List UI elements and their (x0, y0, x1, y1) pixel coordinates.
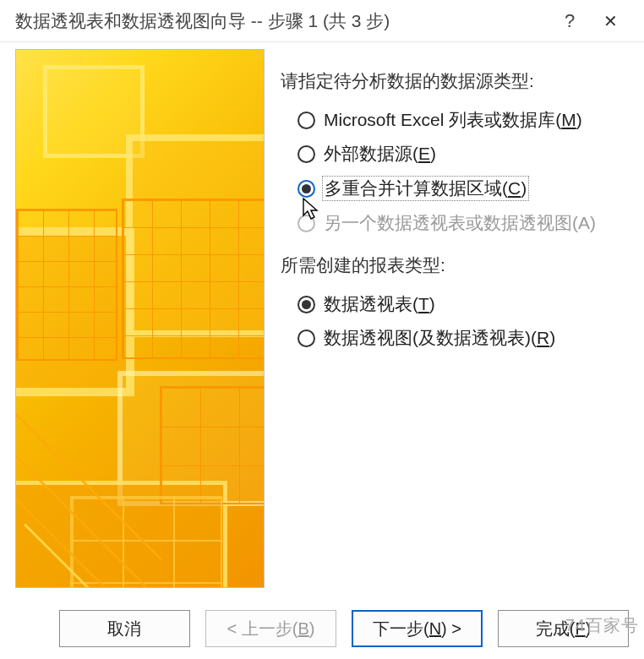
options-panel: 请指定待分析数据的数据源类型: Microsoft Excel 列表或数据库(M… (281, 56, 630, 355)
radio-icon (297, 215, 315, 232)
radio-icon (297, 330, 315, 347)
radio-label: 另一个数据透视表或数据透视图(A) (324, 211, 596, 235)
finish-button[interactable]: 完成(F) (498, 610, 629, 647)
help-button[interactable]: ? (549, 10, 590, 32)
radio-icon (297, 112, 315, 129)
radio-label: Microsoft Excel 列表或数据库(M) (324, 108, 582, 132)
titlebar: 数据透视表和数据透视图向导 -- 步骤 1 (共 3 步) ? ✕ (0, 0, 644, 42)
dialog-title: 数据透视表和数据透视图向导 -- 步骤 1 (共 3 步) (15, 9, 549, 33)
radio-label: 数据透视表(T) (324, 292, 435, 316)
radio-label: 多重合并计算数据区域(C) (322, 176, 529, 201)
cancel-button[interactable]: 取消 (59, 610, 190, 647)
report-type-option-1[interactable]: 数据透视图(及数据透视表)(R) (281, 321, 630, 355)
data-source-label: 请指定待分析数据的数据源类型: (281, 69, 630, 93)
radio-icon (297, 296, 315, 313)
wizard-banner-image (15, 49, 265, 588)
close-button[interactable]: ✕ (590, 11, 630, 31)
content-area: 请指定待分析数据的数据源类型: Microsoft Excel 列表或数据库(M… (0, 49, 644, 593)
data-source-option-0[interactable]: Microsoft Excel 列表或数据库(M) (281, 103, 630, 137)
radio-icon (297, 145, 315, 163)
data-source-option-3: 另一个数据透视表或数据透视图(A) (281, 206, 630, 240)
next-button[interactable]: 下一步(N) > (352, 610, 483, 647)
data-source-option-1[interactable]: 外部数据源(E) (281, 137, 630, 171)
radio-label: 数据透视图(及数据透视表)(R) (324, 326, 555, 350)
back-button: < 上一步(B) (205, 610, 336, 647)
button-bar: 取消 < 上一步(B) 下一步(N) > 完成(F) (0, 598, 644, 659)
radio-icon (297, 180, 315, 198)
radio-label: 外部数据源(E) (324, 142, 436, 166)
data-source-option-2[interactable]: 多重合并计算数据区域(C) (281, 171, 630, 206)
report-type-label: 所需创建的报表类型: (281, 253, 630, 277)
report-type-option-0[interactable]: 数据透视表(T) (281, 287, 630, 321)
